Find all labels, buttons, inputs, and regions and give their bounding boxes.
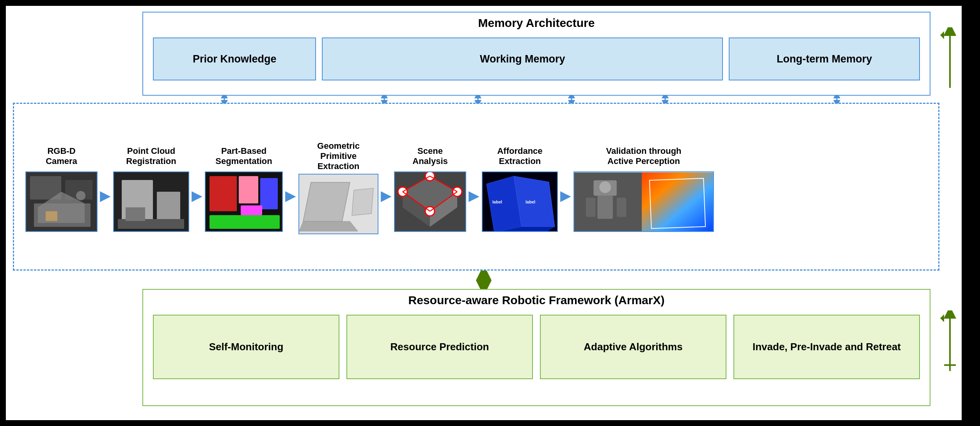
svg-rect-54 xyxy=(597,196,613,219)
svg-rect-58 xyxy=(609,219,617,230)
arrow-2: ▶ xyxy=(192,187,202,204)
pipeline-item-geometric: GeometricPrimitiveExtraction xyxy=(298,141,378,234)
arrow-4: ▶ xyxy=(381,187,392,204)
svg-rect-25 xyxy=(209,176,237,211)
rgbd-label: RGB-DCamera xyxy=(25,144,98,169)
pipeline-item-affordance: AffordanceExtraction label label xyxy=(482,144,558,232)
framework-box-selfmon: Self-Monitoring xyxy=(153,315,339,379)
longterm-memory-box: Long-term Memory xyxy=(729,37,920,80)
green-arrow-framework-right xyxy=(940,310,960,371)
svg-rect-56 xyxy=(617,198,627,217)
validation-label: Validation throughActive Perception xyxy=(573,144,714,169)
arrow-1: ▶ xyxy=(100,187,111,204)
blue-vertical-arrows xyxy=(142,95,930,103)
pipeline-item-pointcloud: Point Cloud Registration xyxy=(113,144,189,232)
svg-rect-21 xyxy=(157,192,180,223)
svg-rect-27 xyxy=(260,178,278,209)
svg-marker-31 xyxy=(303,182,350,221)
svg-text:label: label xyxy=(492,200,502,204)
working-memory-box: Working Memory xyxy=(322,37,723,80)
svg-rect-61 xyxy=(642,172,713,232)
svg-rect-23 xyxy=(126,207,145,221)
pipeline-item-segmentation: Part-BasedSegmentation xyxy=(205,144,283,232)
svg-rect-28 xyxy=(209,215,280,229)
pointcloud-image xyxy=(113,171,189,232)
svg-marker-32 xyxy=(352,188,373,216)
geometric-label: GeometricPrimitiveExtraction xyxy=(298,141,378,171)
svg-rect-55 xyxy=(586,198,596,217)
memory-section: Memory Architecture Prior Knowledge Work… xyxy=(142,12,930,96)
memory-title: Memory Architecture xyxy=(143,12,930,34)
svg-marker-3 xyxy=(940,31,944,39)
framework-section: Resource-aware Robotic Framework (ArmarX… xyxy=(142,289,930,406)
svg-point-59 xyxy=(599,181,611,193)
pipeline-item-rgbd: RGB-DCamera xyxy=(25,144,98,232)
rgbd-image xyxy=(25,171,98,232)
svg-marker-68 xyxy=(940,314,944,322)
framework-box-respred: Resource Prediction xyxy=(346,315,533,379)
geometric-image xyxy=(298,174,378,234)
pipeline-item-scene: SceneAnalysis xyxy=(394,144,466,232)
prior-knowledge-box: Prior Knowledge xyxy=(153,37,316,80)
affordance-image: label label xyxy=(482,171,558,232)
svg-point-18 xyxy=(76,191,85,200)
validation-image xyxy=(573,171,714,232)
framework-box-invade: Invade, Pre-Invade and Retreat xyxy=(733,315,920,379)
arrow-5: ▶ xyxy=(469,187,479,204)
svg-text:label: label xyxy=(526,200,535,204)
segmentation-label: Part-BasedSegmentation xyxy=(205,144,283,169)
scene-image xyxy=(394,171,466,232)
green-double-arrow-vertical xyxy=(472,271,495,290)
svg-rect-57 xyxy=(595,219,603,230)
pipeline-item-validation: Validation throughActive Perception xyxy=(573,144,714,232)
green-arrow-memory-right xyxy=(940,27,960,88)
scene-label: SceneAnalysis xyxy=(394,144,466,169)
arrow-3: ▶ xyxy=(285,187,296,204)
svg-marker-33 xyxy=(299,221,358,231)
framework-box-adaptive: Adaptive Algorithms xyxy=(540,315,726,379)
segmentation-image xyxy=(205,171,283,232)
arrow-6: ▶ xyxy=(560,187,571,204)
svg-rect-26 xyxy=(239,176,258,203)
pointcloud-label: Point Cloud Registration xyxy=(113,144,189,169)
affordance-label: AffordanceExtraction xyxy=(482,144,558,169)
svg-rect-29 xyxy=(241,205,262,215)
framework-title: Resource-aware Robotic Framework (ArmarX… xyxy=(143,290,930,311)
svg-rect-17 xyxy=(46,211,57,221)
